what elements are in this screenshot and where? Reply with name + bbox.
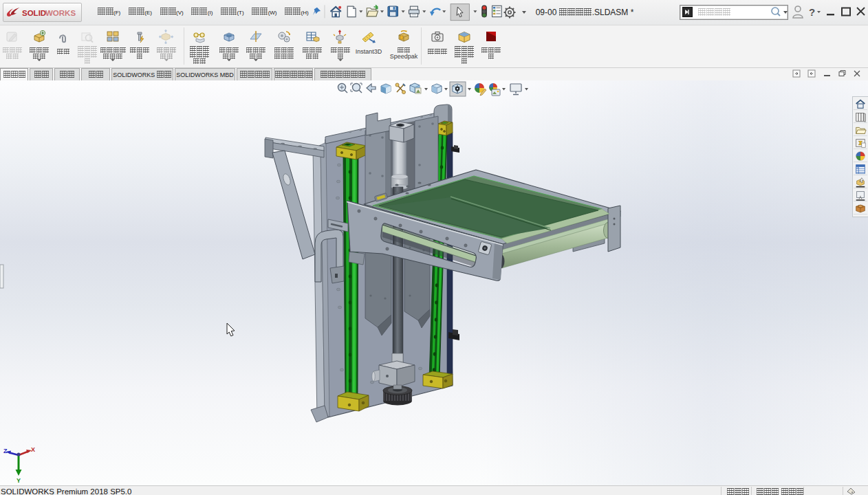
svg-text:Y: Y	[17, 477, 21, 484]
svg-text:SOLID: SOLID	[22, 9, 46, 17]
svg-text:Z: Z	[3, 448, 8, 454]
svg-text:X: X	[31, 446, 35, 453]
svg-text:?: ?	[809, 6, 815, 18]
svg-text:WORKS: WORKS	[45, 9, 76, 17]
